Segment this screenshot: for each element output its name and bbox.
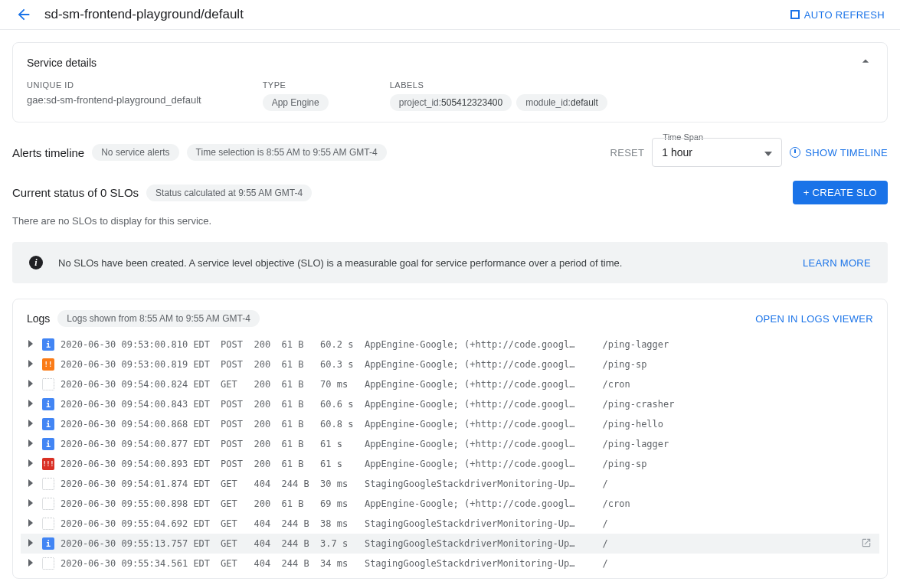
log-timestamp: 2020-06-30 09:54:00.877 EDT <box>61 439 210 449</box>
expand-arrow-icon[interactable] <box>25 498 36 509</box>
log-row[interactable]: 2020-06-30 09:54:00.824 EDTGET 200 61 B … <box>21 374 879 394</box>
alerts-timeline-row: Alerts timeline No service alerts Time s… <box>12 138 888 167</box>
log-timestamp: 2020-06-30 09:54:01.874 EDT <box>61 479 210 489</box>
severity-badge <box>42 518 54 530</box>
severity-badge: !! <box>42 358 54 371</box>
logs-card: Logs Logs shown from 8:55 AM to 9:55 AM … <box>12 299 888 579</box>
service-details-card: Service details UNIQUE ID gae:sd-sm-fron… <box>12 42 888 122</box>
auto-refresh-button[interactable]: AUTO REFRESH <box>790 9 885 21</box>
unique-id-label: UNIQUE ID <box>27 80 201 90</box>
alerts-title: Alerts timeline <box>12 146 84 159</box>
stop-icon <box>790 10 800 19</box>
learn-more-link[interactable]: LEARN MORE <box>803 257 871 269</box>
severity-badge <box>42 557 54 570</box>
labels-label: LABELS <box>390 80 607 90</box>
log-row[interactable]: i2020-06-30 09:54:00.877 EDTPOST 200 61 … <box>21 434 879 454</box>
log-timestamp: 2020-06-30 09:55:13.757 EDT <box>61 538 210 549</box>
log-timestamp: 2020-06-30 09:55:00.898 EDT <box>61 498 210 509</box>
labels-block: LABELS project_id: 505412323400module_id… <box>390 80 607 111</box>
unique-id-block: UNIQUE ID gae:sd-sm-frontend-playground_… <box>27 80 201 111</box>
log-summary: POST 200 61 B 60.6 s AppEngine-Google; (… <box>216 399 875 410</box>
log-summary: GET 200 61 B 69 ms AppEngine-Google; (+h… <box>216 498 875 509</box>
severity-badge: i <box>42 398 54 410</box>
log-row[interactable]: 2020-06-30 09:55:34.561 EDTGET 404 244 B… <box>21 554 879 573</box>
log-row[interactable]: !!2020-06-30 09:53:00.819 EDTPOST 200 61… <box>21 354 879 374</box>
severity-badge: i <box>42 438 54 450</box>
expand-arrow-icon[interactable] <box>25 359 36 370</box>
log-summary: POST 200 61 B 60.3 s AppEngine-Google; (… <box>216 359 875 370</box>
expand-arrow-icon[interactable] <box>25 439 36 449</box>
log-timestamp: 2020-06-30 09:55:04.692 EDT <box>61 518 210 529</box>
expand-arrow-icon[interactable] <box>25 459 36 469</box>
severity-badge: i <box>42 338 54 351</box>
log-timestamp: 2020-06-30 09:54:00.893 EDT <box>61 459 210 469</box>
log-timestamp: 2020-06-30 09:53:00.810 EDT <box>61 339 210 350</box>
severity-badge <box>42 478 54 490</box>
log-summary: POST 200 61 B 61 s AppEngine-Google; (+h… <box>216 459 875 469</box>
severity-badge <box>42 378 54 390</box>
log-summary: GET 404 244 B 30 ms StagingGoogleStackdr… <box>216 479 875 489</box>
log-summary: GET 404 244 B 34 ms StagingGoogleStackdr… <box>216 558 875 569</box>
timespan-value: 1 hour <box>662 146 692 158</box>
log-row[interactable]: 2020-06-30 09:55:00.898 EDTGET 200 61 B … <box>21 494 879 514</box>
open-logs-viewer-link[interactable]: OPEN IN LOGS VIEWER <box>755 313 873 325</box>
log-summary: GET 404 244 B 38 ms StagingGoogleStackdr… <box>216 518 875 529</box>
type-block: TYPE App Engine <box>263 80 329 111</box>
timespan-select[interactable]: 1 hour <box>652 138 782 167</box>
slo-empty-text: There are no SLOs to display for this se… <box>12 215 888 227</box>
logs-title: Logs <box>27 312 50 325</box>
log-summary: POST 200 61 B 60.8 s AppEngine-Google; (… <box>216 419 875 430</box>
logs-range-chip: Logs shown from 8:55 AM to 9:55 AM GMT-4 <box>57 310 259 327</box>
expand-arrow-icon[interactable] <box>25 399 36 410</box>
time-selection-chip: Time selection is 8:55 AM to 9:55 AM GMT… <box>187 144 387 161</box>
unique-id-value: gae:sd-sm-frontend-playground_default <box>27 94 201 106</box>
expand-arrow-icon[interactable] <box>25 479 36 489</box>
show-timeline-button[interactable]: SHOW TIMELINE <box>790 147 888 158</box>
type-label: TYPE <box>263 80 329 90</box>
expand-arrow-icon[interactable] <box>25 379 36 390</box>
expand-arrow-icon[interactable] <box>25 339 36 350</box>
collapse-icon[interactable] <box>858 54 873 71</box>
slo-status-chip: Status calculated at 9:55 AM GMT-4 <box>146 185 312 201</box>
show-timeline-label: SHOW TIMELINE <box>805 147 888 158</box>
log-summary: GET 200 61 B 70 ms AppEngine-Google; (+h… <box>216 379 875 390</box>
log-timestamp: 2020-06-30 09:54:00.868 EDT <box>61 419 210 430</box>
service-details-title: Service details <box>27 57 97 69</box>
log-row[interactable]: i2020-06-30 09:54:00.868 EDTPOST 200 61 … <box>21 414 879 434</box>
auto-refresh-label: AUTO REFRESH <box>804 9 885 21</box>
no-alerts-chip: No service alerts <box>92 144 178 161</box>
reset-button[interactable]: RESET <box>610 147 644 158</box>
log-row[interactable]: i2020-06-30 09:53:00.810 EDTPOST 200 61 … <box>21 335 879 354</box>
severity-badge: !!! <box>42 458 54 470</box>
slo-title: Current status of 0 SLOs <box>12 186 139 199</box>
log-row[interactable]: 2020-06-30 09:55:04.692 EDTGET 404 244 B… <box>21 514 879 534</box>
create-slo-button[interactable]: + CREATE SLO <box>793 181 888 204</box>
expand-arrow-icon[interactable] <box>25 538 36 549</box>
log-timestamp: 2020-06-30 09:55:34.561 EDT <box>61 558 210 569</box>
slo-header-row: Current status of 0 SLOs Status calculat… <box>12 181 888 204</box>
log-summary: POST 200 61 B 61 s AppEngine-Google; (+h… <box>216 439 875 449</box>
log-timestamp: 2020-06-30 09:54:00.824 EDT <box>61 379 210 390</box>
expand-arrow-icon[interactable] <box>25 518 36 529</box>
log-row[interactable]: i2020-06-30 09:55:13.757 EDTGET 404 244 … <box>21 534 879 554</box>
log-row[interactable]: 2020-06-30 09:54:01.874 EDTGET 404 244 B… <box>21 474 879 494</box>
type-chip: App Engine <box>263 94 329 111</box>
severity-badge: i <box>42 418 54 430</box>
clock-icon <box>790 147 800 158</box>
log-summary: POST 200 61 B 60.2 s AppEngine-Google; (… <box>216 339 875 350</box>
page-title: sd-sm-frontend-playground/default <box>44 7 244 22</box>
log-summary: GET 404 244 B 3.7 s StagingGoogleStackdr… <box>216 538 875 549</box>
slo-banner-text: No SLOs have been created. A service lev… <box>58 257 787 269</box>
label-chip: module_id: default <box>516 94 607 111</box>
severity-badge: i <box>42 537 54 550</box>
back-arrow-icon[interactable] <box>15 6 32 23</box>
expand-arrow-icon[interactable] <box>25 419 36 430</box>
info-icon: i <box>29 256 43 270</box>
slo-info-banner: i No SLOs have been created. A service l… <box>12 242 888 283</box>
expand-arrow-icon[interactable] <box>25 558 36 569</box>
log-row[interactable]: i2020-06-30 09:54:00.843 EDTPOST 200 61 … <box>21 394 879 414</box>
open-external-icon[interactable] <box>861 537 872 550</box>
topbar: sd-sm-frontend-playground/default AUTO R… <box>0 0 900 30</box>
chevron-down-icon <box>764 146 772 158</box>
log-row[interactable]: !!!2020-06-30 09:54:00.893 EDTPOST 200 6… <box>21 454 879 474</box>
